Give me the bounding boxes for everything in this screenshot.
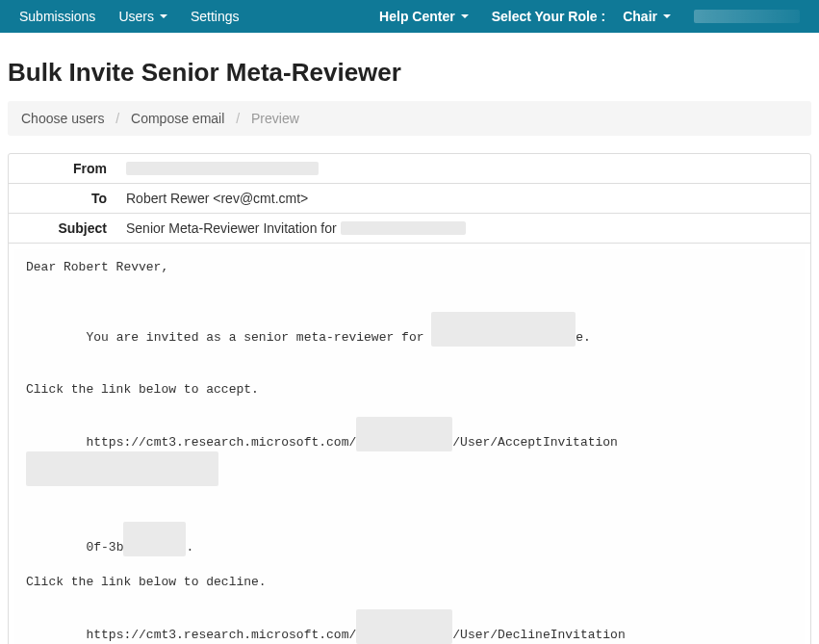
field-row-from: From ██████████████████████	[9, 154, 810, 184]
field-row-subject: Subject Senior Meta-Reviewer Invitation …	[9, 214, 810, 244]
body-decline-url-prefix: https://cmt3.research.microsoft.com/	[86, 628, 356, 642]
from-value-obscured: ██████████████████████	[126, 162, 319, 175]
body-accept-url-ob1: █████████████	[356, 417, 452, 451]
nav-help-center[interactable]: Help Center	[368, 1, 480, 32]
body-accept-url-prefix: https://cmt3.research.microsoft.com/	[86, 435, 356, 450]
from-label: From	[9, 154, 116, 183]
caret-down-icon	[461, 14, 469, 18]
body-accept-url-line2-prefix: 0f-3b	[86, 540, 123, 554]
nav-submissions[interactable]: Submissions	[8, 1, 107, 32]
body-accept-intro: Click the link below to accept.	[26, 381, 793, 399]
nav-user-menu[interactable]: ████████	[682, 2, 811, 31]
field-row-to: To Robert Rewer <rev@cmt.cmt>	[9, 184, 810, 214]
body-accept-url-mid: /User/AcceptInvitation	[452, 435, 618, 450]
body-invited-obscured: ████████████████████	[431, 312, 576, 347]
body-accept-url: https://cmt3.research.microsoft.com/████…	[26, 399, 793, 504]
nav-settings[interactable]: Settings	[179, 1, 251, 32]
body-invited: You are invited as a senior meta-reviewe…	[26, 294, 793, 364]
subject-prefix: Senior Meta-Reviewer Invitation for	[126, 220, 337, 236]
email-body: Dear Robert Revver, You are invited as a…	[14, 249, 805, 644]
nav-user-obscured: ████████	[694, 10, 800, 23]
nav-select-role-label: Select Your Role :	[480, 1, 618, 32]
nav-role-value: Chair	[623, 9, 657, 24]
to-label: To	[9, 184, 116, 213]
body-decline-url-mid: /User/DeclineInvitation	[452, 628, 625, 642]
breadcrumb-step-preview: Preview	[251, 111, 299, 126]
body-accept-url-line2-ob: ██████████	[123, 522, 186, 556]
nav-left: Submissions Users Settings	[8, 1, 251, 32]
email-preview-panel: From ██████████████████████ To Robert Re…	[8, 153, 811, 644]
breadcrumb: Choose users / Compose email / Preview	[8, 101, 811, 136]
caret-down-icon	[160, 14, 167, 18]
body-accept-url-ob2: ██████████████████████████████████	[26, 451, 218, 486]
from-value: ██████████████████████	[116, 154, 810, 183]
to-value: Robert Rewer <rev@cmt.cmt>	[116, 184, 810, 213]
page-title: Bulk Invite Senior Meta-Reviewer	[8, 58, 811, 88]
subject-value: Senior Meta-Reviewer Invitation for ████…	[116, 214, 810, 243]
body-decline-url: https://cmt3.research.microsoft.com/████…	[26, 592, 793, 644]
subject-label: Subject	[9, 214, 116, 243]
breadcrumb-separator: /	[115, 111, 119, 126]
breadcrumb-step-choose-users: Choose users	[21, 111, 104, 126]
body-accept-url-line2: 0f-3b██████████.	[26, 504, 793, 575]
body-invited-suffix: e.	[576, 330, 591, 345]
nav-right: Help Center Select Your Role : Chair ███…	[368, 1, 811, 32]
caret-down-icon	[663, 14, 671, 18]
subject-obscured: ███████████████	[341, 221, 466, 235]
nav-users[interactable]: Users	[107, 1, 179, 32]
body-invited-prefix: You are invited as a senior meta-reviewe…	[86, 330, 431, 345]
body-decline-intro: Click the link below to decline.	[26, 574, 793, 591]
body-decline-url-ob1: █████████████	[356, 609, 452, 644]
nav-help-center-label: Help Center	[379, 9, 455, 24]
top-navbar: Submissions Users Settings Help Center S…	[0, 0, 819, 33]
breadcrumb-separator: /	[236, 111, 240, 126]
nav-role-dropdown[interactable]: Chair	[617, 1, 682, 32]
body-greeting: Dear Robert Revver,	[26, 259, 793, 276]
breadcrumb-step-compose-email: Compose email	[131, 111, 224, 126]
body-accept-url-line2-suffix: .	[186, 540, 193, 554]
nav-users-label: Users	[118, 9, 154, 24]
